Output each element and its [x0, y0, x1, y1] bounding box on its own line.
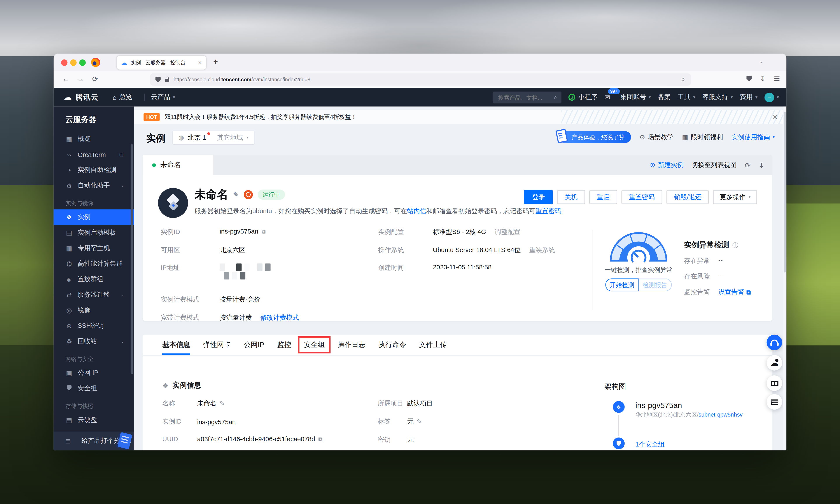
edit-name-icon[interactable]: ✎	[233, 191, 239, 199]
sidebar-item-placement-group[interactable]: ◈置放群组	[54, 272, 134, 287]
download-icon[interactable]: ↧	[758, 161, 765, 169]
reinstall-os-link[interactable]: 重装系统	[529, 246, 555, 255]
console-search[interactable]: ⌕	[493, 91, 561, 103]
docs-fab[interactable]	[767, 375, 782, 391]
nav-overview[interactable]: ⌂ 总览	[113, 93, 132, 102]
feedback-pill-button[interactable]: 产品体验，您说了算	[559, 131, 631, 143]
sidebar-item-assistant[interactable]: ⚙自动化助手⌄	[54, 178, 134, 193]
tab-run-commands[interactable]: 执行命令	[378, 335, 406, 355]
edit-icon[interactable]: ✎	[220, 400, 225, 407]
downloads-icon[interactable]: ↧	[760, 74, 766, 83]
ticket-list-fab[interactable]	[767, 394, 782, 410]
rate-product-label[interactable]: 给产品打个分	[82, 436, 120, 446]
sidebar-item-self-check[interactable]: ◔实例自助检测	[54, 162, 134, 178]
nav-support[interactable]: 客服支持▾	[702, 93, 733, 102]
edit-icon[interactable]: ✎	[417, 418, 422, 425]
shutdown-button[interactable]: 关机	[557, 190, 585, 204]
list-all-tabs-icon[interactable]: ⌄	[759, 58, 764, 65]
terminate-button[interactable]: 销毁/退还	[666, 190, 709, 204]
sidebar-item-ssh-key[interactable]: ⊛SSH密钥	[54, 318, 134, 334]
search-input[interactable]	[497, 93, 554, 101]
sidebar-item-image[interactable]: ◎镜像	[54, 303, 134, 318]
nav-mini-program[interactable]: S 小程序	[568, 93, 597, 102]
copy-icon[interactable]: ⧉	[262, 228, 266, 235]
region-selector[interactable]: ◍ 北京 1 其它地域 ▾	[173, 131, 255, 145]
tencent-cloud-logo[interactable]: ☁ 腾讯云	[63, 92, 99, 102]
nav-account[interactable]: – ▾	[765, 92, 779, 102]
new-instance-button[interactable]: ⊕ 新建实例	[650, 160, 684, 169]
more-actions-button[interactable]: 更多操作 ▾	[713, 190, 757, 204]
tab-monitoring[interactable]: 监控	[277, 335, 291, 355]
sidebar-item-recycle-bin[interactable]: ♻回收站⌄	[54, 334, 134, 349]
menu-icon[interactable]: ☰	[774, 74, 780, 83]
message-center-link[interactable]: 站内信	[407, 207, 426, 215]
reset-password-button[interactable]: 重置密码	[622, 190, 662, 204]
reload-button[interactable]: ⟳	[92, 75, 98, 83]
nav-icp[interactable]: 备案	[658, 93, 671, 102]
refresh-icon[interactable]: ⟳	[745, 161, 751, 169]
nav-billing[interactable]: 费用▾	[740, 93, 757, 102]
tab-operation-logs[interactable]: 操作日志	[338, 335, 365, 355]
nav-tools[interactable]: 工具▾	[678, 93, 695, 102]
sidebar-item-migration[interactable]: ⇄服务器迁移⌄	[54, 287, 134, 303]
sidebar-scrollbar[interactable]	[131, 144, 133, 374]
page-scrollbar[interactable]	[783, 107, 786, 450]
tab-file-upload[interactable]: 文件上传	[419, 335, 447, 355]
tab-eni[interactable]: 弹性网卡	[203, 335, 231, 355]
lock-icon[interactable]	[165, 79, 169, 82]
start-detection-button[interactable]: 开始检测	[605, 278, 639, 291]
usage-guide-link[interactable]: 实例使用指南 ▾	[732, 132, 774, 142]
address-bar[interactable]: https://console.cloud.tencent.com/cvm/in…	[150, 73, 691, 86]
tab-basic-info[interactable]: 基本信息	[162, 335, 190, 355]
set-alarm-link[interactable]: 设置告警 ⧉	[718, 288, 751, 297]
copy-icon[interactable]: ⧉	[318, 435, 322, 443]
tab-public-ip[interactable]: 公网IP	[244, 335, 264, 355]
cloud-alert-fab[interactable]: ☁	[767, 355, 782, 371]
tab-security-group[interactable]: 安全组	[304, 335, 325, 355]
login-button[interactable]: 登录	[524, 190, 553, 204]
change-billing-link[interactable]: 修改计费模式	[260, 313, 299, 322]
close-window-button[interactable]	[61, 59, 67, 66]
account-shield-icon[interactable]	[747, 75, 752, 82]
minimize-window-button[interactable]	[70, 59, 76, 66]
nav-group-account[interactable]: 集团账号▾	[620, 93, 651, 102]
security-group-count-link[interactable]: 1个安全组	[635, 440, 665, 449]
sidebar-item-launch-template[interactable]: ▤实例启动模板	[54, 225, 134, 240]
close-tab-icon[interactable]: ✕	[198, 60, 202, 65]
sidebar-footer[interactable]: ≣ 给产品打个分 ›	[54, 432, 134, 450]
browser-tab[interactable]: ☁ 实例 - 云服务器 - 控制台 ✕	[117, 56, 206, 70]
other-regions[interactable]: 其它地域	[217, 133, 243, 142]
support-fab[interactable]	[767, 335, 782, 350]
restart-button[interactable]: 重启	[589, 190, 617, 204]
chevron-down-icon: ▾	[247, 136, 249, 140]
instance-tab[interactable]: 未命名	[143, 155, 213, 175]
new-tab-button[interactable]: +	[213, 57, 218, 66]
collapse-sidebar-icon[interactable]: ≣	[66, 437, 71, 445]
switch-list-view-button[interactable]: 切换至列表视图	[692, 160, 737, 169]
nav-messages[interactable]: ✉ 99+	[604, 93, 610, 101]
subnet-link[interactable]: subnet-qpw5nhsv	[698, 411, 743, 418]
headset-icon	[771, 340, 778, 345]
zoom-window-button[interactable]	[79, 59, 86, 66]
close-banner-icon[interactable]: ✕	[772, 113, 778, 121]
info-icon[interactable]: ⓘ	[732, 241, 738, 249]
sidebar-item-cloud-disk[interactable]: ▤云硬盘	[54, 412, 134, 428]
sidebar-item-overview[interactable]: ▦概览	[54, 131, 134, 147]
forward-button[interactable]: →	[77, 75, 84, 83]
scene-tutorial-link[interactable]: ⊘ 场景教学	[640, 132, 673, 142]
sidebar-item-orcaterm[interactable]: ⌁OrcaTerm ⧉	[54, 147, 134, 162]
detection-report-button[interactable]: 检测报告	[639, 278, 672, 291]
tracking-protection-icon[interactable]	[155, 76, 161, 83]
sidebar-item-public-ip[interactable]: ▣公网 IP	[54, 365, 134, 381]
current-region[interactable]: 北京 1	[188, 133, 209, 142]
sidebar-item-instance[interactable]: ❖实例	[54, 210, 134, 225]
nav-products[interactable]: 云产品 ▾	[151, 93, 175, 102]
bookmark-star-icon[interactable]: ☆	[681, 76, 686, 83]
benefit-link[interactable]: ▦ 限时领福利	[682, 132, 723, 142]
sidebar-item-dedicated-host[interactable]: ▥专用宿主机	[54, 240, 134, 256]
back-button[interactable]: ←	[62, 75, 69, 83]
sidebar-item-hpc[interactable]: ⌬高性能计算集群	[54, 256, 134, 272]
reset-password-link[interactable]: 重置密码	[536, 207, 561, 215]
sidebar-item-security-group[interactable]: 安全组	[54, 381, 134, 396]
adjust-config-link[interactable]: 调整配置	[495, 228, 520, 237]
